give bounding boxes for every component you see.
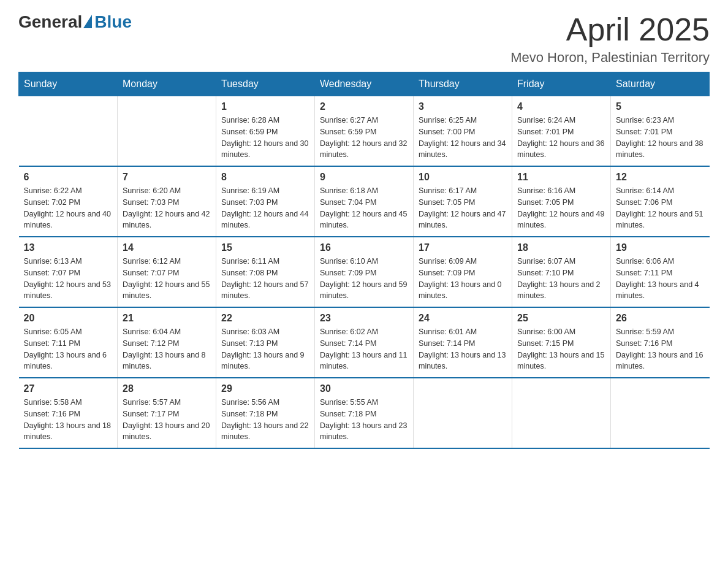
day-number: 15 — [221, 242, 309, 253]
day-number: 23 — [320, 313, 408, 324]
day-number: 1 — [221, 101, 309, 112]
day-number: 14 — [123, 242, 211, 253]
calendar-header-saturday: Saturday — [611, 72, 710, 96]
day-number: 29 — [221, 383, 309, 394]
day-number: 13 — [24, 242, 113, 253]
calendar-cell: 26Sunrise: 5:59 AMSunset: 7:16 PMDayligh… — [611, 307, 710, 378]
calendar-cell: 25Sunrise: 6:00 AMSunset: 7:15 PMDayligh… — [512, 307, 611, 378]
day-info: Sunrise: 5:55 AMSunset: 7:18 PMDaylight:… — [320, 397, 408, 443]
day-number: 28 — [123, 383, 211, 394]
calendar-week-1: 1Sunrise: 6:28 AMSunset: 6:59 PMDaylight… — [19, 96, 710, 167]
day-number: 19 — [616, 242, 705, 253]
calendar-cell: 7Sunrise: 6:20 AMSunset: 7:03 PMDaylight… — [118, 166, 216, 237]
calendar-cell — [611, 378, 710, 448]
calendar-cell: 11Sunrise: 6:16 AMSunset: 7:05 PMDayligh… — [512, 166, 611, 237]
day-number: 3 — [419, 101, 507, 112]
calendar-cell — [118, 96, 216, 167]
calendar-header-sunday: Sunday — [19, 72, 118, 96]
day-number: 17 — [419, 242, 507, 253]
month-title: April 2025 — [510, 12, 710, 47]
calendar-cell: 12Sunrise: 6:14 AMSunset: 7:06 PMDayligh… — [611, 166, 710, 237]
day-info: Sunrise: 6:04 AMSunset: 7:12 PMDaylight:… — [123, 326, 211, 372]
location-title: Mevo Horon, Palestinian Territory — [510, 50, 710, 66]
calendar-cell: 22Sunrise: 6:03 AMSunset: 7:13 PMDayligh… — [216, 307, 315, 378]
day-info: Sunrise: 6:06 AMSunset: 7:11 PMDaylight:… — [616, 256, 705, 302]
calendar-cell: 2Sunrise: 6:27 AMSunset: 6:59 PMDaylight… — [315, 96, 414, 167]
day-number: 18 — [517, 242, 605, 253]
day-info: Sunrise: 6:20 AMSunset: 7:03 PMDaylight:… — [123, 185, 211, 231]
day-info: Sunrise: 6:07 AMSunset: 7:10 PMDaylight:… — [517, 256, 605, 302]
day-number: 2 — [320, 101, 408, 112]
day-number: 5 — [616, 101, 705, 112]
day-info: Sunrise: 6:01 AMSunset: 7:14 PMDaylight:… — [419, 326, 507, 372]
day-info: Sunrise: 6:03 AMSunset: 7:13 PMDaylight:… — [221, 326, 309, 372]
day-info: Sunrise: 6:11 AMSunset: 7:08 PMDaylight:… — [221, 256, 309, 302]
title-section: April 2025 Mevo Horon, Palestinian Terri… — [510, 12, 710, 66]
logo-general: General — [18, 12, 82, 32]
day-number: 30 — [320, 383, 408, 394]
day-info: Sunrise: 6:10 AMSunset: 7:09 PMDaylight:… — [320, 256, 408, 302]
day-number: 26 — [616, 313, 705, 324]
day-number: 10 — [419, 172, 507, 183]
day-info: Sunrise: 6:16 AMSunset: 7:05 PMDaylight:… — [517, 185, 605, 231]
day-info: Sunrise: 6:02 AMSunset: 7:14 PMDaylight:… — [320, 326, 408, 372]
calendar-cell: 8Sunrise: 6:19 AMSunset: 7:03 PMDaylight… — [216, 166, 315, 237]
calendar-week-5: 27Sunrise: 5:58 AMSunset: 7:16 PMDayligh… — [19, 378, 710, 448]
calendar-cell: 27Sunrise: 5:58 AMSunset: 7:16 PMDayligh… — [19, 378, 118, 448]
day-info: Sunrise: 6:27 AMSunset: 6:59 PMDaylight:… — [320, 115, 408, 161]
calendar-cell: 16Sunrise: 6:10 AMSunset: 7:09 PMDayligh… — [315, 237, 414, 307]
day-number: 7 — [123, 172, 211, 183]
day-number: 27 — [24, 383, 113, 394]
day-number: 8 — [221, 172, 309, 183]
calendar-cell: 14Sunrise: 6:12 AMSunset: 7:07 PMDayligh… — [118, 237, 216, 307]
calendar-header-thursday: Thursday — [414, 72, 512, 96]
day-number: 6 — [24, 172, 113, 183]
page-header: General Blue April 2025 Mevo Horon, Pale… — [18, 12, 710, 66]
day-info: Sunrise: 6:22 AMSunset: 7:02 PMDaylight:… — [24, 185, 113, 231]
day-info: Sunrise: 6:13 AMSunset: 7:07 PMDaylight:… — [24, 256, 113, 302]
calendar-week-3: 13Sunrise: 6:13 AMSunset: 7:07 PMDayligh… — [19, 237, 710, 307]
day-number: 11 — [517, 172, 605, 183]
day-info: Sunrise: 6:12 AMSunset: 7:07 PMDaylight:… — [123, 256, 211, 302]
logo: General Blue — [18, 12, 132, 32]
calendar-cell: 4Sunrise: 6:24 AMSunset: 7:01 PMDaylight… — [512, 96, 611, 167]
day-number: 4 — [517, 101, 605, 112]
calendar-cell: 29Sunrise: 5:56 AMSunset: 7:18 PMDayligh… — [216, 378, 315, 448]
day-info: Sunrise: 6:00 AMSunset: 7:15 PMDaylight:… — [517, 326, 605, 372]
day-info: Sunrise: 6:24 AMSunset: 7:01 PMDaylight:… — [517, 115, 605, 161]
calendar-cell — [19, 96, 118, 167]
calendar-cell: 9Sunrise: 6:18 AMSunset: 7:04 PMDaylight… — [315, 166, 414, 237]
calendar-cell: 18Sunrise: 6:07 AMSunset: 7:10 PMDayligh… — [512, 237, 611, 307]
day-info: Sunrise: 6:17 AMSunset: 7:05 PMDaylight:… — [419, 185, 507, 231]
calendar-header-row: SundayMondayTuesdayWednesdayThursdayFrid… — [19, 72, 710, 96]
calendar-week-2: 6Sunrise: 6:22 AMSunset: 7:02 PMDaylight… — [19, 166, 710, 237]
calendar-cell: 15Sunrise: 6:11 AMSunset: 7:08 PMDayligh… — [216, 237, 315, 307]
day-info: Sunrise: 6:09 AMSunset: 7:09 PMDaylight:… — [419, 256, 507, 302]
day-number: 24 — [419, 313, 507, 324]
day-info: Sunrise: 6:05 AMSunset: 7:11 PMDaylight:… — [24, 326, 113, 372]
calendar-cell: 5Sunrise: 6:23 AMSunset: 7:01 PMDaylight… — [611, 96, 710, 167]
day-info: Sunrise: 6:28 AMSunset: 6:59 PMDaylight:… — [221, 115, 309, 161]
calendar-header-friday: Friday — [512, 72, 611, 96]
day-info: Sunrise: 6:19 AMSunset: 7:03 PMDaylight:… — [221, 185, 309, 231]
day-info: Sunrise: 6:23 AMSunset: 7:01 PMDaylight:… — [616, 115, 705, 161]
calendar-cell: 1Sunrise: 6:28 AMSunset: 6:59 PMDaylight… — [216, 96, 315, 167]
day-info: Sunrise: 6:25 AMSunset: 7:00 PMDaylight:… — [419, 115, 507, 161]
day-number: 25 — [517, 313, 605, 324]
calendar-week-4: 20Sunrise: 6:05 AMSunset: 7:11 PMDayligh… — [19, 307, 710, 378]
day-info: Sunrise: 5:59 AMSunset: 7:16 PMDaylight:… — [616, 326, 705, 372]
calendar-cell: 24Sunrise: 6:01 AMSunset: 7:14 PMDayligh… — [414, 307, 512, 378]
day-info: Sunrise: 6:14 AMSunset: 7:06 PMDaylight:… — [616, 185, 705, 231]
day-number: 9 — [320, 172, 408, 183]
calendar-cell — [414, 378, 512, 448]
calendar-cell: 20Sunrise: 6:05 AMSunset: 7:11 PMDayligh… — [19, 307, 118, 378]
calendar-cell: 28Sunrise: 5:57 AMSunset: 7:17 PMDayligh… — [118, 378, 216, 448]
day-info: Sunrise: 6:18 AMSunset: 7:04 PMDaylight:… — [320, 185, 408, 231]
calendar-cell: 19Sunrise: 6:06 AMSunset: 7:11 PMDayligh… — [611, 237, 710, 307]
calendar-cell: 3Sunrise: 6:25 AMSunset: 7:00 PMDaylight… — [414, 96, 512, 167]
calendar-cell: 17Sunrise: 6:09 AMSunset: 7:09 PMDayligh… — [414, 237, 512, 307]
calendar-table: SundayMondayTuesdayWednesdayThursdayFrid… — [18, 72, 710, 449]
day-number: 21 — [123, 313, 211, 324]
calendar-cell: 30Sunrise: 5:55 AMSunset: 7:18 PMDayligh… — [315, 378, 414, 448]
day-number: 20 — [24, 313, 113, 324]
